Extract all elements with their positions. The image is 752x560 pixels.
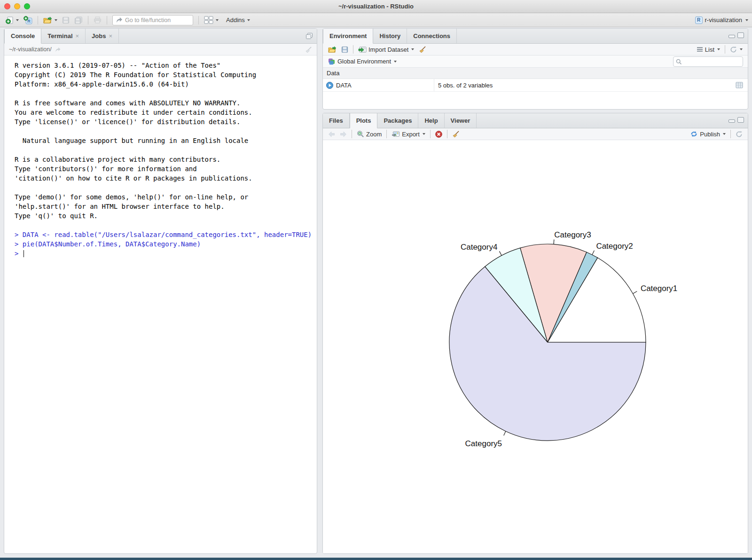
new-file-icon xyxy=(6,16,14,24)
environment-search-input[interactable] xyxy=(684,58,738,65)
load-workspace-button[interactable] xyxy=(326,44,339,55)
next-plot-button xyxy=(337,128,349,140)
console-tabbar: Console Terminal × Jobs × xyxy=(4,29,317,44)
tab-connections[interactable]: Connections xyxy=(407,29,457,43)
plots-pane: Files Plots Packages Help Viewer xyxy=(322,113,748,554)
tab-terminal[interactable]: Terminal × xyxy=(41,29,86,43)
table-grid-icon[interactable] xyxy=(736,82,743,88)
tab-jobs-label: Jobs xyxy=(92,32,106,39)
pie-label-tick xyxy=(500,251,502,255)
broom-icon[interactable] xyxy=(305,46,312,53)
console-intro-text: R version 3.6.1 (2019-07-05) -- "Action … xyxy=(15,61,313,221)
save-button xyxy=(60,16,71,25)
project-r-icon: R xyxy=(695,16,703,24)
tab-help[interactable]: Help xyxy=(418,113,444,128)
toolbar-separator xyxy=(352,130,352,138)
new-project-button[interactable]: R xyxy=(22,15,34,25)
print-button xyxy=(92,16,103,24)
pie-label-tick xyxy=(504,431,506,435)
goto-arrow-icon xyxy=(116,17,123,23)
tab-viewer[interactable]: Viewer xyxy=(445,113,477,128)
addins-button[interactable]: Addins xyxy=(224,16,252,24)
zoom-plot-button[interactable]: Zoom xyxy=(354,128,384,140)
pane-maximize-icon[interactable] xyxy=(306,32,313,39)
console-output[interactable]: R version 3.6.1 (2019-07-05) -- "Action … xyxy=(4,55,317,258)
tab-packages[interactable]: Packages xyxy=(377,113,418,128)
console-prompt: > xyxy=(15,250,23,257)
console-subbar: ~/r-visualization/ xyxy=(4,44,317,55)
tab-environment[interactable]: Environment xyxy=(323,29,373,44)
save-all-button xyxy=(72,16,85,25)
addins-label: Addins xyxy=(226,16,245,24)
refresh-environment-button[interactable] xyxy=(728,44,745,55)
toolbar-separator xyxy=(353,45,353,54)
pie-label-tick xyxy=(554,239,554,244)
project-caret xyxy=(745,19,748,21)
clear-all-plots-button[interactable] xyxy=(450,128,462,140)
plots-toolbar: Zoom Export xyxy=(323,128,748,140)
new-file-button[interactable] xyxy=(4,15,21,25)
plots-tabbar: Files Plots Packages Help Viewer xyxy=(323,113,748,128)
remove-plot-button[interactable] xyxy=(433,128,445,140)
console-input-line[interactable]: > xyxy=(15,249,313,258)
tab-history[interactable]: History xyxy=(373,29,407,43)
refresh-icon xyxy=(736,131,743,138)
import-dataset-button[interactable]: Import Dataset xyxy=(356,44,416,55)
pie-slice-label: Category2 xyxy=(596,242,633,251)
environment-scope-button[interactable]: Global Environment xyxy=(327,55,399,67)
title-bar: ~/r-visualization - RStudio xyxy=(0,0,752,13)
print-icon xyxy=(94,16,102,24)
close-icon[interactable]: × xyxy=(76,32,79,39)
close-icon[interactable]: × xyxy=(109,32,112,39)
tab-plots-label: Plots xyxy=(356,117,371,124)
pie-label-tick xyxy=(592,251,595,255)
tab-plots[interactable]: Plots xyxy=(350,113,378,128)
goto-file-box[interactable] xyxy=(112,15,193,25)
zoom-label: Zoom xyxy=(366,131,382,138)
export-label: Export xyxy=(402,131,420,138)
project-menu-button[interactable]: R r-visualization xyxy=(695,16,748,24)
toolbar-separator xyxy=(198,16,199,24)
refresh-plot-button[interactable] xyxy=(733,128,745,140)
export-plot-button[interactable]: Export xyxy=(389,128,428,140)
goto-file-input[interactable] xyxy=(125,17,181,24)
minimize-pane-icon[interactable] xyxy=(728,119,735,123)
command-text: DATA <- read.table("/Users/lsalazar/comm… xyxy=(23,231,312,238)
environment-tabbar: Environment History Connections xyxy=(323,29,748,44)
import-dataset-icon xyxy=(358,46,367,53)
window-title: ~/r-visualization - RStudio xyxy=(0,3,752,10)
open-file-button[interactable] xyxy=(41,16,59,25)
minimize-pane-icon[interactable] xyxy=(728,35,735,38)
publish-icon xyxy=(690,130,698,138)
maximize-pane-icon[interactable] xyxy=(737,32,744,38)
clear-environment-button[interactable] xyxy=(416,44,429,55)
command-text: pie(DATA$Number.of.Times, DATA$Category.… xyxy=(23,240,201,248)
console-blank-line xyxy=(15,221,313,230)
console-command: > pie(DATA$Number.of.Times, DATA$Categor… xyxy=(15,239,313,249)
pie-slice-label: Category1 xyxy=(641,284,677,293)
environment-view-mode-button[interactable]: List xyxy=(694,44,722,55)
tab-console[interactable]: Console xyxy=(4,29,41,44)
maximize-pane-icon[interactable] xyxy=(737,117,744,123)
text-cursor xyxy=(24,250,24,257)
console-command: > DATA <- read.table("/Users/lsalazar/co… xyxy=(15,230,313,239)
plot-area: Category1Category2Category3Category4Cate… xyxy=(323,140,748,554)
environment-object-row[interactable]: DATA 5 obs. of 2 variables xyxy=(323,79,748,92)
publish-button[interactable]: Publish xyxy=(688,128,728,140)
play-circle-icon[interactable] xyxy=(326,82,333,89)
pane-layout-button[interactable] xyxy=(202,15,220,25)
share-arrow-icon[interactable] xyxy=(55,47,61,52)
list-icon xyxy=(697,47,703,52)
environment-search-box[interactable] xyxy=(673,56,743,67)
pie-slice-label: Category5 xyxy=(465,439,502,448)
broom-icon xyxy=(419,46,426,53)
tab-jobs[interactable]: Jobs × xyxy=(86,29,119,43)
tab-files[interactable]: Files xyxy=(323,113,350,128)
open-folder-icon xyxy=(43,16,52,24)
import-dataset-caret xyxy=(411,48,414,50)
console-prompt: > xyxy=(15,231,23,238)
data-section-header: Data xyxy=(323,68,748,79)
save-workspace-button[interactable] xyxy=(339,44,351,55)
refresh-icon xyxy=(730,46,737,53)
toolbar-separator xyxy=(386,130,387,138)
